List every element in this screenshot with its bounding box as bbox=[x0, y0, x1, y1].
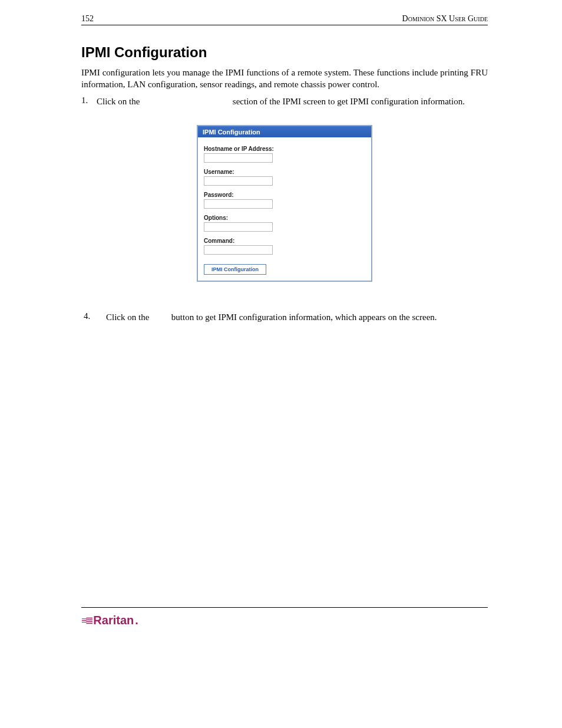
password-input[interactable] bbox=[204, 199, 273, 209]
hostname-input[interactable] bbox=[204, 153, 273, 163]
section-title: IPMI Configuration bbox=[81, 44, 488, 61]
intro-paragraph: IPMI configuration lets you manage the I… bbox=[81, 67, 488, 91]
step-number: 1. bbox=[81, 95, 97, 107]
step-text-suffix: section of the IPMI screen to get IPMI c… bbox=[233, 97, 465, 106]
step-4: 4. Click on the button to get IPMI confi… bbox=[84, 311, 488, 323]
step-text-prefix: Click on the bbox=[97, 97, 142, 106]
step-1: 1. Click on the section of the IPMI scre… bbox=[81, 95, 488, 107]
panel-title: IPMI Configuration bbox=[198, 126, 371, 137]
options-label: Options: bbox=[204, 215, 365, 221]
embedded-screenshot: IPMI Configuration Hostname or IP Addres… bbox=[197, 125, 372, 282]
step-number: 4. bbox=[84, 311, 106, 323]
page-number: 152 bbox=[81, 14, 94, 24]
command-input[interactable] bbox=[204, 245, 273, 255]
page-footer: ≡≣ Raritan. bbox=[81, 607, 488, 627]
hostname-label: Hostname or IP Address: bbox=[204, 146, 365, 152]
username-label: Username: bbox=[204, 169, 365, 175]
brand-name: Raritan bbox=[93, 614, 134, 627]
password-label: Password: bbox=[204, 192, 365, 198]
options-input[interactable] bbox=[204, 222, 273, 232]
step-text-prefix: Click on the bbox=[106, 312, 151, 322]
step-text-suffix: button to get IPMI configuration informa… bbox=[171, 312, 437, 322]
step-body: Click on the section of the IPMI screen … bbox=[97, 95, 488, 107]
guide-title: Dominion SX User Guide bbox=[402, 14, 488, 24]
step-body: Click on the button to get IPMI configur… bbox=[106, 311, 488, 323]
page-header: 152 Dominion SX User Guide bbox=[81, 14, 488, 25]
ipmi-configuration-button[interactable]: IPMI Configuration bbox=[204, 264, 266, 275]
brand-icon: ≡≣ bbox=[81, 615, 92, 626]
command-label: Command: bbox=[204, 238, 365, 244]
brand-logo: ≡≣ Raritan. bbox=[81, 614, 488, 627]
username-input[interactable] bbox=[204, 176, 273, 186]
